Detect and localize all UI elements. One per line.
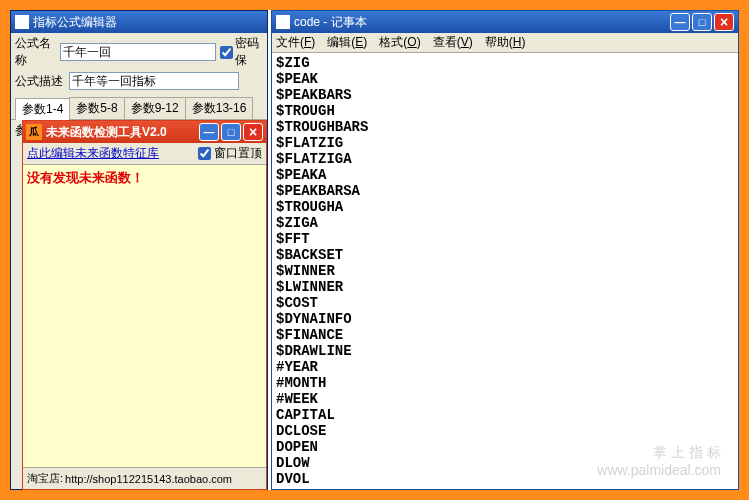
menu-h[interactable]: 帮助(H) (485, 34, 526, 51)
future-function-detector-window: 瓜 未来函数检测工具V2.0 — □ × 点此编辑未来函数特征库 窗口置顶 没有… (22, 120, 267, 490)
formula-editor-titlebar[interactable]: 指标公式编辑器 (11, 11, 267, 33)
app-icon (15, 15, 29, 29)
notepad-window: code - 记事本 — □ × 文件(F)编辑(E)格式(O)查看(V)帮助(… (271, 10, 739, 490)
code-line: $PEAKBARS (276, 87, 734, 103)
code-line: DLOW (276, 455, 734, 471)
tab-params-9-12[interactable]: 参数9-12 (124, 97, 186, 119)
code-line: $DYNAINFO (276, 311, 734, 327)
code-line: $ZIGA (276, 215, 734, 231)
code-line: $FLATZIG (276, 135, 734, 151)
code-line: $DRAWLINE (276, 343, 734, 359)
code-line: DOPEN (276, 439, 734, 455)
code-line: $PEAK (276, 71, 734, 87)
code-line: $TROUGH (276, 103, 734, 119)
menu-f[interactable]: 文件(F) (276, 34, 315, 51)
detector-app-icon: 瓜 (26, 124, 42, 140)
detector-title: 未来函数检测工具V2.0 (46, 124, 197, 141)
detector-output: 没有发现未来函数！ (23, 165, 266, 467)
notepad-menubar: 文件(F)编辑(E)格式(O)查看(V)帮助(H) (272, 33, 738, 53)
window-title: 指标公式编辑器 (33, 14, 263, 31)
code-line: $TROUGHA (276, 199, 734, 215)
code-line: #WEEK (276, 391, 734, 407)
code-line: $COST (276, 295, 734, 311)
maximize-button[interactable]: □ (692, 13, 712, 31)
formula-name-label: 公式名称 (15, 35, 60, 69)
code-line: $PEAKBARSA (276, 183, 734, 199)
notepad-text-area[interactable]: $ZIG$PEAK$PEAKBARS$TROUGH$TROUGHBARS$FLA… (272, 53, 738, 489)
code-line: $ZIG (276, 55, 734, 71)
notepad-titlebar[interactable]: code - 记事本 — □ × (272, 11, 738, 33)
code-line: $BACKSET (276, 247, 734, 263)
minimize-button[interactable]: — (670, 13, 690, 31)
maximize-button[interactable]: □ (221, 123, 241, 141)
tab-params-1-4[interactable]: 参数1-4 (15, 98, 70, 120)
detector-statusbar: 淘宝店: http://shop112215143.taobao.com (23, 467, 266, 489)
detector-message: 没有发现未来函数！ (27, 169, 262, 187)
tab-params-5-8[interactable]: 参数5-8 (69, 97, 124, 119)
detector-titlebar[interactable]: 瓜 未来函数检测工具V2.0 — □ × (23, 121, 266, 143)
code-line: DCLOSE (276, 423, 734, 439)
formula-desc-label: 公式描述 (15, 73, 69, 90)
code-line: $TROUGHBARS (276, 119, 734, 135)
menu-o[interactable]: 格式(O) (379, 34, 420, 51)
code-line: $PEAKA (276, 167, 734, 183)
code-line: $FINANCE (276, 327, 734, 343)
edit-signature-db-link[interactable]: 点此编辑未来函数特征库 (27, 145, 159, 162)
notepad-title: code - 记事本 (294, 14, 668, 31)
shop-url[interactable]: http://shop112215143.taobao.com (65, 473, 232, 485)
shop-label: 淘宝店: (27, 471, 63, 486)
code-line: $WINNER (276, 263, 734, 279)
code-line: $LWINNER (276, 279, 734, 295)
code-line: CAPITAL (276, 407, 734, 423)
close-button[interactable]: × (243, 123, 263, 141)
code-line: #YEAR (276, 359, 734, 375)
notepad-icon (276, 15, 290, 29)
close-button[interactable]: × (714, 13, 734, 31)
code-line: $FLATZIGA (276, 151, 734, 167)
formula-desc-input[interactable] (69, 72, 239, 90)
menu-e[interactable]: 编辑(E) (327, 34, 367, 51)
param-tabs: 参数1-4 参数5-8 参数9-12 参数13-16 (11, 95, 267, 119)
minimize-button[interactable]: — (199, 123, 219, 141)
always-on-top-checkbox[interactable]: 窗口置顶 (198, 145, 262, 162)
tab-params-13-16[interactable]: 参数13-16 (185, 97, 254, 119)
password-protect-checkbox[interactable]: 密码保 (220, 35, 263, 69)
code-line: #MONTH (276, 375, 734, 391)
code-line: DVOL (276, 471, 734, 487)
formula-name-input[interactable] (60, 43, 216, 61)
menu-v[interactable]: 查看(V) (433, 34, 473, 51)
code-line: $FFT (276, 231, 734, 247)
